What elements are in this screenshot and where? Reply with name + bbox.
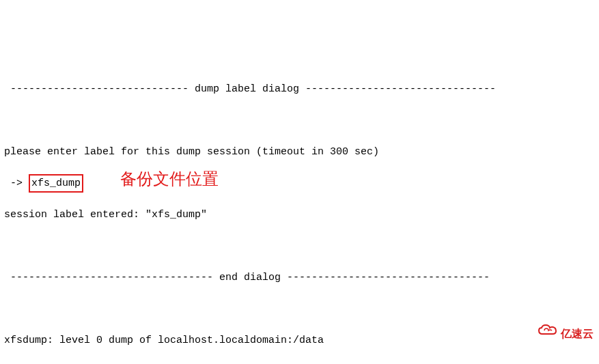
cloud-icon	[513, 308, 558, 359]
terminal-output: ----------------------------- dump label…	[4, 66, 595, 364]
user-input-highlight: xfs_dump	[29, 174, 83, 193]
xfsdump-line: xfsdump: level 0 dump of localhost.local…	[4, 333, 595, 348]
input-row[interactable]: -> xfs_dump备份文件位置	[4, 176, 595, 191]
logo-text: 亿速云	[561, 326, 594, 341]
end-dialog: --------------------------------- end di…	[4, 270, 595, 285]
blank-line	[4, 238, 595, 254]
user-input: xfs_dump	[31, 178, 81, 189]
prompt-enter-label: please enter label for this dump session…	[4, 144, 595, 160]
session-label-entered: session label entered: "xfs_dump"	[4, 207, 595, 223]
watermark-logo: 亿速云	[513, 308, 594, 359]
blank-line	[4, 301, 595, 317]
annotation-label: 备份文件位置	[120, 171, 219, 187]
dialog-header: ----------------------------- dump label…	[4, 81, 595, 97]
arrow-prefix: ->	[4, 178, 29, 189]
blank-line	[4, 113, 595, 128]
